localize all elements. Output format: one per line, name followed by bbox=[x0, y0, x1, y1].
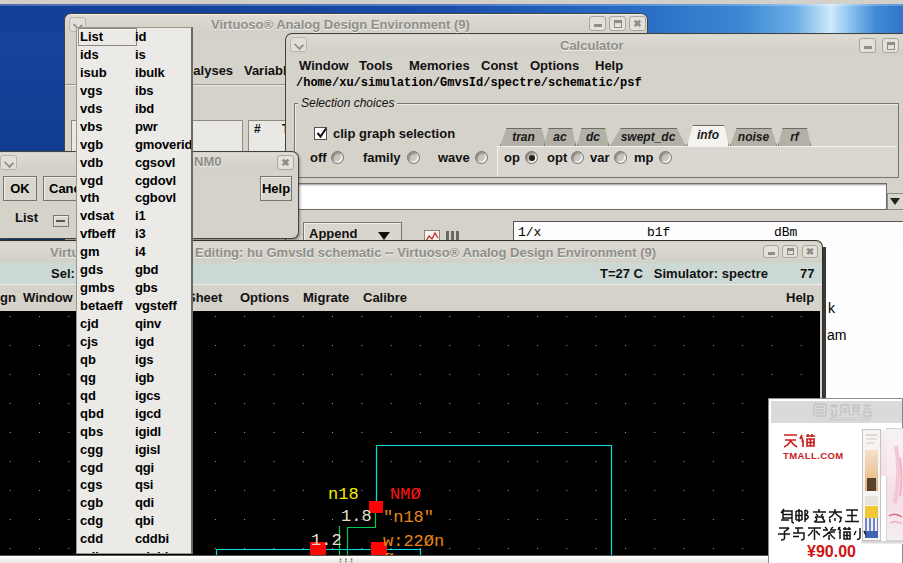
svg-text:TMALL.COM: TMALL.COM bbox=[783, 450, 844, 461]
svg-text:g: g bbox=[384, 548, 394, 555]
svg-text:1.2: 1.2 bbox=[311, 531, 342, 550]
svg-text:1.8: 1.8 bbox=[341, 507, 372, 526]
svg-text:n18: n18 bbox=[328, 485, 359, 504]
svg-text:NMØ: NMØ bbox=[390, 485, 421, 504]
svg-text:BAOFENG.COM: BAOFENG.COM bbox=[829, 416, 871, 422]
svg-text:"n18": "n18" bbox=[383, 508, 434, 527]
